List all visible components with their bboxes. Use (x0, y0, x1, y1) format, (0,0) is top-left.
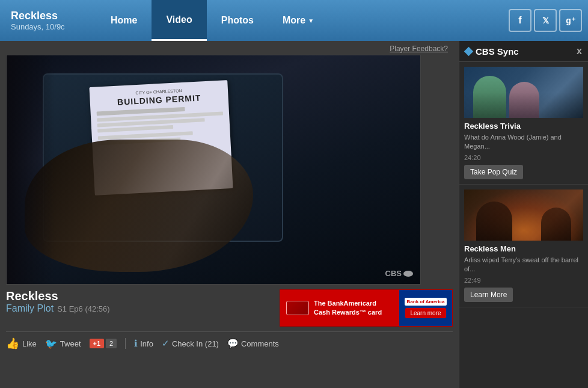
main-nav: Home Video Photos More ▼ (96, 0, 328, 41)
close-button[interactable]: x (577, 46, 582, 57)
ad-text: The BankAmericard Cash Rewards™ card (314, 299, 393, 318)
cbs-sync-title: CBS Sync (465, 46, 519, 57)
nav-more[interactable]: More ▼ (268, 0, 328, 41)
sync-men-desc: Arliss wiped Terry's sweat off the barre… (464, 256, 583, 274)
checkin-icon: ✓ (162, 338, 170, 349)
chevron-down-icon: ▼ (308, 17, 314, 24)
episode-title: Family Plot (6, 303, 54, 314)
checkin-action[interactable]: ✓ Check In (21) (162, 338, 219, 349)
header: Reckless Sundays, 10/9c Home Video Photo… (0, 0, 588, 41)
info-action[interactable]: ℹ Info (134, 338, 153, 349)
tweet-action[interactable]: 🐦 Tweet (45, 338, 81, 350)
show-schedule: Sundays, 10/9c (11, 22, 85, 31)
sync-diamond-icon (464, 46, 474, 56)
googleplus-button[interactable]: g⁺ (559, 9, 582, 32)
bank-of-america-logo: Bank of America (405, 298, 447, 306)
sync-trivia-desc: What do Anna Wood (Jamie) and Megan... (464, 133, 583, 152)
divider1 (125, 338, 126, 349)
episode-title-row: Family Plot S1 Ep6 (42:56) (6, 303, 280, 314)
player-feedback-link[interactable]: Player Feedback? (390, 45, 448, 53)
gplus-count: 2 (106, 339, 117, 348)
twitter-icon: 🐦 (45, 338, 57, 350)
sync-item-trivia: Reckless Trivia What do Anna Wood (Jamie… (459, 62, 588, 185)
sync-trivia-title: Reckless Trivia (464, 122, 583, 131)
comments-label: Comments (241, 339, 279, 348)
comments-icon: 💬 (227, 338, 239, 349)
like-icon: 👍 (6, 337, 19, 350)
show-info: Reckless Sundays, 10/9c (0, 10, 96, 31)
ad-left-section: The BankAmericard Cash Rewards™ card (280, 290, 399, 326)
info-icon: ℹ (134, 338, 138, 349)
main-content: Player Feedback? CITY OF CHARLESTON BUIL… (0, 41, 588, 388)
dark-figure2 (541, 208, 571, 241)
sync-trivia-time: 24:20 (464, 154, 583, 161)
ad-card-icon (286, 301, 309, 315)
nav-home[interactable]: Home (96, 0, 152, 41)
episode-meta: S1 Ep6 (42:56) (57, 304, 109, 313)
bg-gradient (464, 67, 583, 118)
show-name: Reckless (6, 289, 280, 303)
learn-more-button[interactable]: Learn More (464, 288, 513, 302)
sync-scroll-area: Reckless Trivia What do Anna Wood (Jamie… (459, 62, 588, 388)
episode-info-row: Reckless Family Plot S1 Ep6 (42:56) The … (6, 289, 453, 327)
info-label: Info (140, 339, 153, 348)
player-feedback-bar: Player Feedback? (6, 45, 453, 53)
sync-thumb-men (464, 189, 583, 241)
video-player[interactable]: CITY OF CHARLESTON BUILDING PERMIT CBS (6, 55, 421, 285)
checkin-label: Check In (21) (172, 339, 219, 348)
take-pop-quiz-button[interactable]: Take Pop Quiz (464, 165, 523, 179)
cbs-sync-panel: CBS Sync x Reckless Trivia What do Anna … (459, 41, 588, 388)
sync-men-title: Reckless Men (464, 244, 583, 253)
gplus-action[interactable]: +1 2 (90, 339, 117, 348)
tweet-label: Tweet (60, 339, 81, 348)
ad-right-section: Bank of America Learn more (399, 290, 452, 326)
cbs-text: CBS (385, 269, 402, 278)
cbs-watermark: CBS (385, 269, 413, 278)
sync-thumb-trivia (464, 67, 583, 118)
episode-info-left: Reckless Family Plot S1 Ep6 (42:56) (6, 289, 280, 314)
learn-more-button[interactable]: Learn more (405, 308, 446, 318)
nav-photos[interactable]: Photos (207, 0, 268, 41)
action-bar: 👍 Like 🐦 Tweet +1 2 ℹ Info ✓ Check In (2… (6, 331, 453, 350)
sync-item-men: Reckless Men Arliss wiped Terry's sweat … (459, 185, 588, 307)
cbs-sync-header: CBS Sync x (459, 41, 588, 62)
like-label: Like (22, 339, 37, 348)
nav-video[interactable]: Video (152, 0, 206, 41)
twitter-button[interactable]: 𝕏 (534, 9, 557, 32)
ad-banner[interactable]: The BankAmericard Cash Rewards™ card Ban… (280, 289, 453, 327)
video-left-bg (7, 55, 55, 284)
sync-men-time: 22:49 (464, 277, 583, 284)
dark-figure (476, 202, 512, 241)
like-action[interactable]: 👍 Like (6, 337, 37, 350)
gplus-label: +1 (90, 339, 105, 348)
cbs-eye-icon (403, 271, 413, 277)
comments-action[interactable]: 💬 Comments (227, 338, 279, 349)
content-area: Player Feedback? CITY OF CHARLESTON BUIL… (0, 41, 459, 388)
social-icons: f 𝕏 g⁺ (509, 9, 588, 32)
show-title: Reckless (11, 10, 85, 22)
facebook-button[interactable]: f (509, 9, 531, 32)
